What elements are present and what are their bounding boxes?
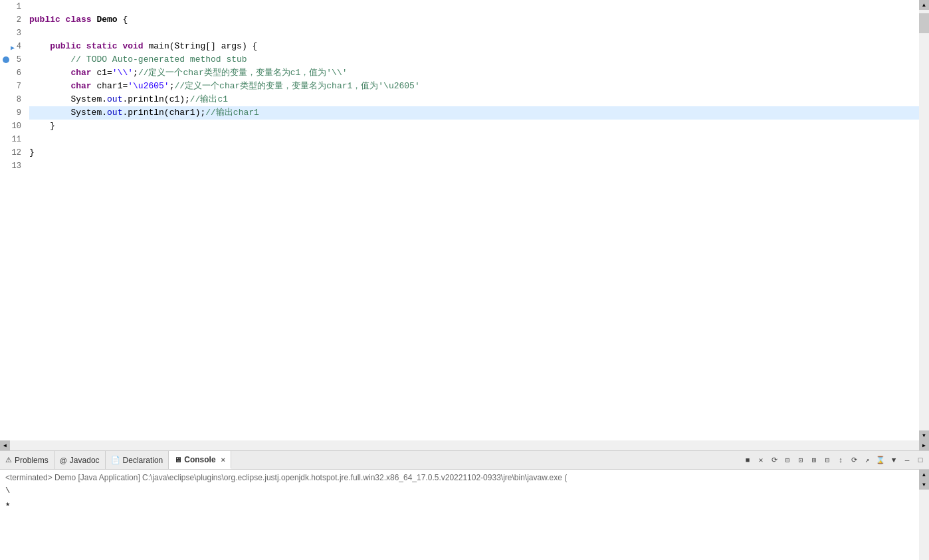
declaration-tab-icon: 📄 <box>111 456 120 464</box>
scroll-down-arrow[interactable]: ▼ <box>919 430 929 440</box>
code-line-12[interactable]: } <box>29 146 919 159</box>
javadoc-tab-icon: @ <box>60 456 67 464</box>
toolbar-btn-8[interactable]: ⟳ <box>848 454 860 466</box>
code-line-8[interactable]: System.out.println(c1);//输出c1 <box>29 93 919 106</box>
code-line-2[interactable]: public class Demo { <box>29 13 919 27</box>
toolbar-btn-0[interactable]: ■ <box>742 454 754 466</box>
javadoc-tab-label: Javadoc <box>70 456 100 465</box>
line-number-1: 1 <box>0 0 27 13</box>
code-line-11[interactable] <box>29 133 919 146</box>
line-number-4: 4 <box>0 40 27 53</box>
declaration-tab-label: Declaration <box>123 456 163 465</box>
code-line-7[interactable]: char char1='\u2605';//定义一个char类型的变量，变量名为… <box>29 80 919 93</box>
line-number-10: 10 <box>0 120 27 133</box>
line-number-7: 7 <box>0 80 27 93</box>
toolbar-btn-12[interactable]: — <box>901 454 913 466</box>
console-toolbar: ■✕⟳⊟⊡⊞⊟↕⟳↗⌛▼—□ <box>739 451 929 469</box>
code-line-3[interactable] <box>29 27 919 40</box>
code-line-4[interactable]: public static void main(String[] args) { <box>29 40 919 53</box>
line-number-8: 8 <box>0 93 27 106</box>
problems-tab-icon: ⚠ <box>5 456 12 464</box>
line-numbers: 12345678910111213 <box>0 0 27 440</box>
toolbar-btn-1[interactable]: ✕ <box>755 454 767 466</box>
toolbar-btn-10[interactable]: ⌛ <box>875 454 886 466</box>
toolbar-btn-13[interactable]: □ <box>914 454 926 466</box>
vertical-scrollbar[interactable]: ▲ ▼ <box>919 0 929 440</box>
horizontal-scrollbar[interactable]: ◀ ▶ <box>0 440 929 450</box>
console-terminated-line: <terminated> Demo [Java Application] C:\… <box>5 471 914 484</box>
hscroll-right-arrow[interactable]: ▶ <box>919 440 929 450</box>
console-area: <terminated> Demo [Java Application] C:\… <box>0 470 929 560</box>
toolbar-btn-11[interactable]: ▼ <box>888 454 900 466</box>
hscroll-left-arrow[interactable]: ◀ <box>0 440 10 450</box>
console-tab-icon: 🖥 <box>174 456 181 464</box>
scroll-track[interactable] <box>919 10 929 430</box>
scroll-thumb[interactable] <box>919 13 929 33</box>
tab-bar: ⚠Problems@Javadoc📄Declaration🖥Console×■✕… <box>0 451 929 470</box>
code-line-5[interactable]: // TODO Auto-generated method stub <box>29 53 919 66</box>
toolbar-btn-2[interactable]: ⟳ <box>768 454 780 466</box>
toolbar-btn-3[interactable]: ⊟ <box>781 454 793 466</box>
toolbar-btn-5[interactable]: ⊞ <box>808 454 820 466</box>
bottom-panel: ⚠Problems@Javadoc📄Declaration🖥Console×■✕… <box>0 450 929 560</box>
line-number-5: 5 <box>0 53 27 66</box>
line-number-13: 13 <box>0 159 27 173</box>
console-scroll-down[interactable]: ▼ <box>919 480 929 490</box>
hscroll-track[interactable] <box>10 440 919 450</box>
line-number-3: 3 <box>0 27 27 40</box>
console-content: <terminated> Demo [Java Application] C:\… <box>0 470 919 560</box>
code-line-10[interactable]: } <box>29 120 919 133</box>
console-output-line-1: ★ <box>5 498 914 511</box>
toolbar-btn-7[interactable]: ↕ <box>835 454 847 466</box>
editor-area: 12345678910111213 public class Demo { pu… <box>0 0 929 450</box>
console-tab-close[interactable]: × <box>221 456 225 464</box>
code-container: 12345678910111213 public class Demo { pu… <box>0 0 929 440</box>
code-line-6[interactable]: char c1='\\';//定义一个char类型的变量，变量名为c1，值为'\… <box>29 66 919 80</box>
console-output-line-0: \ <box>5 484 914 498</box>
code-line-13[interactable] <box>29 159 919 173</box>
scroll-up-arrow[interactable]: ▲ <box>919 0 929 10</box>
tab-console[interactable]: 🖥Console× <box>169 451 231 469</box>
toolbar-btn-6[interactable]: ⊟ <box>821 454 833 466</box>
toolbar-btn-9[interactable]: ↗ <box>861 454 873 466</box>
code-line-1[interactable] <box>29 0 919 13</box>
tab-problems[interactable]: ⚠Problems <box>0 451 54 469</box>
line-number-2: 2 <box>0 13 27 27</box>
line-number-11: 11 <box>0 133 27 146</box>
line-number-12: 12 <box>0 146 27 159</box>
code-lines[interactable]: public class Demo { public static void m… <box>27 0 919 440</box>
tab-javadoc[interactable]: @Javadoc <box>54 451 106 469</box>
tab-declaration[interactable]: 📄Declaration <box>106 451 169 469</box>
problems-tab-label: Problems <box>15 456 49 465</box>
console-scroll-up[interactable]: ▲ <box>919 470 929 480</box>
console-tab-label: Console <box>184 455 215 464</box>
toolbar-btn-4[interactable]: ⊡ <box>795 454 807 466</box>
code-line-9[interactable]: System.out.println(char1);//输出char1 <box>29 106 919 120</box>
line-number-6: 6 <box>0 66 27 80</box>
console-scrollbar[interactable]: ▲ ▼ <box>919 470 929 560</box>
line-number-9: 9 <box>0 106 27 120</box>
